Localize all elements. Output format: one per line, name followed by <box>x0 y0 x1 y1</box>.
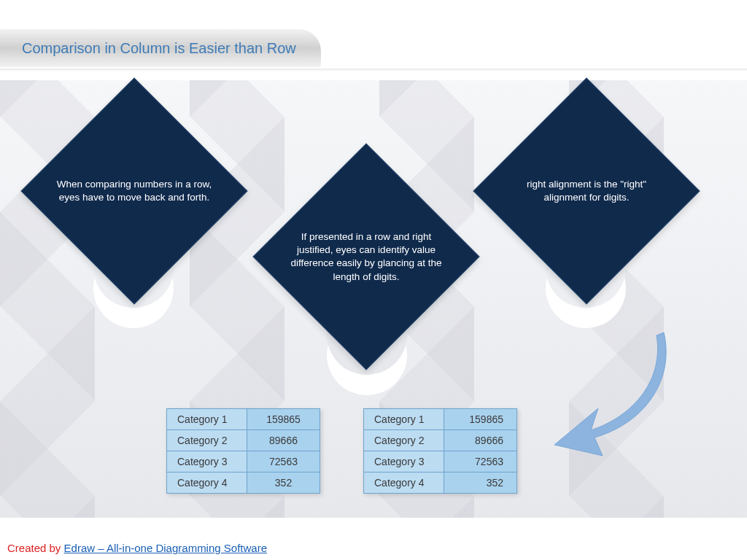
footer-link[interactable]: Edraw – All-in-one Diagramming Software <box>64 542 267 554</box>
table-row: Category 1159865 <box>167 409 320 430</box>
footer-prefix: Created by <box>7 542 64 554</box>
table-row: Category 4352 <box>167 472 320 494</box>
cell-value: 352 <box>247 472 320 494</box>
page-title: Comparison in Column is Easier than Row <box>22 40 296 57</box>
diamond-text-1: When comparing numbers in a row, eyes ha… <box>50 174 218 209</box>
curved-arrow-icon <box>554 328 671 459</box>
cell-key: Category 4 <box>364 472 444 494</box>
cell-value: 352 <box>444 472 517 494</box>
table-row: Category 372563 <box>364 451 517 472</box>
cell-key: Category 1 <box>167 409 247 430</box>
cell-key: Category 1 <box>364 409 444 430</box>
cell-key: Category 2 <box>364 430 444 451</box>
data-table-right-aligned: Category 1159865 Category 289666 Categor… <box>363 408 517 494</box>
data-table-centered: Category 1159865 Category 289666 Categor… <box>166 408 320 494</box>
footer: Created by Edraw – All-in-one Diagrammin… <box>7 542 267 554</box>
cell-key: Category 2 <box>167 430 247 451</box>
cell-key: Category 3 <box>364 451 444 472</box>
cell-key: Category 4 <box>167 472 247 494</box>
table-row: Category 289666 <box>364 430 517 451</box>
cell-value: 72563 <box>444 451 517 472</box>
title-separator <box>0 69 747 71</box>
table-row: Category 289666 <box>167 430 320 451</box>
cell-value: 89666 <box>247 430 320 451</box>
cell-key: Category 3 <box>167 451 247 472</box>
cell-value: 72563 <box>247 451 320 472</box>
table-row: Category 4352 <box>364 472 517 494</box>
cell-value: 159865 <box>444 409 517 430</box>
table-row: Category 372563 <box>167 451 320 472</box>
diamond-text-2: If presented in a row and right justifie… <box>282 226 450 288</box>
cell-value: 89666 <box>444 430 517 451</box>
cell-value: 159865 <box>247 409 320 430</box>
table-row: Category 1159865 <box>364 409 517 430</box>
title-bar: Comparison in Column is Easier than Row <box>0 29 321 67</box>
diamond-text-3: right alignment is the "right" alignment… <box>503 174 670 209</box>
